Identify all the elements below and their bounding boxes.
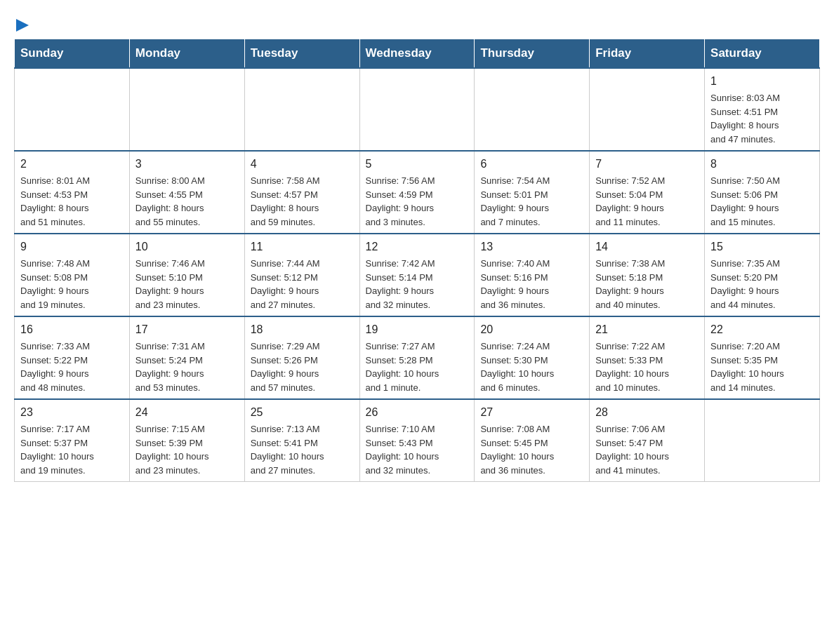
day-info: Sunrise: 7:44 AMSunset: 5:12 PMDaylight:…	[251, 257, 354, 311]
day-number: 28	[595, 404, 699, 421]
calendar-cell: 4Sunrise: 7:58 AMSunset: 4:57 PMDaylight…	[244, 151, 359, 234]
day-number: 23	[20, 404, 124, 421]
day-number: 1	[710, 73, 814, 90]
calendar-cell: 7Sunrise: 7:52 AMSunset: 5:04 PMDaylight…	[590, 151, 705, 234]
day-info: Sunrise: 7:15 AMSunset: 5:39 PMDaylight:…	[135, 422, 239, 477]
day-number: 21	[595, 321, 699, 338]
day-info: Sunrise: 7:52 AMSunset: 5:04 PMDaylight:…	[595, 174, 699, 229]
day-number: 13	[480, 239, 583, 255]
day-info: Sunrise: 7:24 AMSunset: 5:30 PMDaylight:…	[480, 340, 583, 394]
calendar-cell: 12Sunrise: 7:42 AMSunset: 5:14 PMDayligh…	[359, 234, 475, 316]
day-number: 14	[595, 239, 699, 255]
day-number: 9	[20, 239, 124, 255]
weekday-header-friday: Friday	[590, 39, 705, 69]
calendar-cell: 17Sunrise: 7:31 AMSunset: 5:24 PMDayligh…	[129, 316, 244, 399]
week-row-5: 23Sunrise: 7:17 AMSunset: 5:37 PMDayligh…	[15, 399, 820, 482]
day-number: 24	[135, 404, 239, 421]
day-number: 17	[135, 321, 239, 338]
calendar-cell: 25Sunrise: 7:13 AMSunset: 5:41 PMDayligh…	[244, 399, 359, 482]
calendar-cell: 8Sunrise: 7:50 AMSunset: 5:06 PMDaylight…	[705, 151, 820, 234]
calendar-cell	[244, 68, 359, 151]
day-info: Sunrise: 7:35 AMSunset: 5:20 PMDaylight:…	[710, 257, 814, 311]
week-row-2: 2Sunrise: 8:01 AMSunset: 4:53 PMDaylight…	[15, 151, 820, 234]
calendar-cell: 1Sunrise: 8:03 AMSunset: 4:51 PMDaylight…	[705, 68, 820, 151]
day-number: 2	[20, 156, 124, 173]
day-info: Sunrise: 7:56 AMSunset: 4:59 PMDaylight:…	[366, 174, 469, 229]
day-number: 18	[251, 321, 354, 338]
day-number: 19	[366, 321, 469, 338]
day-number: 27	[480, 404, 583, 421]
calendar-cell: 23Sunrise: 7:17 AMSunset: 5:37 PMDayligh…	[15, 399, 130, 482]
calendar-cell	[705, 399, 820, 482]
calendar-cell: 13Sunrise: 7:40 AMSunset: 5:16 PMDayligh…	[475, 234, 590, 316]
day-info: Sunrise: 7:46 AMSunset: 5:10 PMDaylight:…	[135, 257, 239, 311]
calendar-cell: 15Sunrise: 7:35 AMSunset: 5:20 PMDayligh…	[705, 234, 820, 316]
weekday-header-sunday: Sunday	[15, 39, 130, 69]
week-row-4: 16Sunrise: 7:33 AMSunset: 5:22 PMDayligh…	[15, 316, 820, 399]
day-info: Sunrise: 8:00 AMSunset: 4:55 PMDaylight:…	[135, 174, 239, 229]
calendar-cell	[475, 68, 590, 151]
day-info: Sunrise: 7:29 AMSunset: 5:26 PMDaylight:…	[251, 340, 354, 394]
day-number: 15	[710, 239, 814, 255]
day-info: Sunrise: 7:17 AMSunset: 5:37 PMDaylight:…	[20, 422, 124, 477]
day-info: Sunrise: 7:20 AMSunset: 5:35 PMDaylight:…	[710, 340, 814, 394]
day-number: 5	[366, 156, 469, 173]
day-info: Sunrise: 7:42 AMSunset: 5:14 PMDaylight:…	[366, 257, 469, 311]
calendar-cell: 6Sunrise: 7:54 AMSunset: 5:01 PMDaylight…	[475, 151, 590, 234]
logo-arrow-icon	[16, 19, 29, 32]
day-info: Sunrise: 7:38 AMSunset: 5:18 PMDaylight:…	[595, 257, 699, 311]
calendar-cell: 16Sunrise: 7:33 AMSunset: 5:22 PMDayligh…	[15, 316, 130, 399]
day-info: Sunrise: 8:01 AMSunset: 4:53 PMDaylight:…	[20, 174, 124, 229]
day-info: Sunrise: 7:40 AMSunset: 5:16 PMDaylight:…	[480, 257, 583, 311]
page-header	[14, 14, 820, 32]
day-info: Sunrise: 7:58 AMSunset: 4:57 PMDaylight:…	[251, 174, 354, 229]
day-number: 20	[480, 321, 583, 338]
calendar-cell	[590, 68, 705, 151]
calendar-cell: 9Sunrise: 7:48 AMSunset: 5:08 PMDaylight…	[15, 234, 130, 316]
day-info: Sunrise: 7:54 AMSunset: 5:01 PMDaylight:…	[480, 174, 583, 229]
calendar-cell: 27Sunrise: 7:08 AMSunset: 5:45 PMDayligh…	[475, 399, 590, 482]
day-info: Sunrise: 7:08 AMSunset: 5:45 PMDaylight:…	[480, 422, 583, 477]
calendar-cell: 18Sunrise: 7:29 AMSunset: 5:26 PMDayligh…	[244, 316, 359, 399]
day-number: 16	[20, 321, 124, 338]
calendar-cell: 2Sunrise: 8:01 AMSunset: 4:53 PMDaylight…	[15, 151, 130, 234]
calendar-cell: 14Sunrise: 7:38 AMSunset: 5:18 PMDayligh…	[590, 234, 705, 316]
day-info: Sunrise: 7:22 AMSunset: 5:33 PMDaylight:…	[595, 340, 699, 394]
week-row-1: 1Sunrise: 8:03 AMSunset: 4:51 PMDaylight…	[15, 68, 820, 151]
day-number: 12	[366, 239, 469, 255]
day-info: Sunrise: 7:33 AMSunset: 5:22 PMDaylight:…	[20, 340, 124, 394]
day-number: 22	[710, 321, 814, 338]
weekday-header-row: SundayMondayTuesdayWednesdayThursdayFrid…	[15, 39, 820, 69]
calendar-cell	[359, 68, 475, 151]
calendar-cell: 24Sunrise: 7:15 AMSunset: 5:39 PMDayligh…	[129, 399, 244, 482]
day-number: 6	[480, 156, 583, 173]
weekday-header-wednesday: Wednesday	[359, 39, 475, 69]
day-number: 26	[366, 404, 469, 421]
day-info: Sunrise: 7:06 AMSunset: 5:47 PMDaylight:…	[595, 422, 699, 477]
weekday-header-monday: Monday	[129, 39, 244, 69]
calendar-table: SundayMondayTuesdayWednesdayThursdayFrid…	[14, 39, 820, 482]
calendar-cell: 28Sunrise: 7:06 AMSunset: 5:47 PMDayligh…	[590, 399, 705, 482]
svg-marker-0	[16, 19, 29, 32]
calendar-cell: 11Sunrise: 7:44 AMSunset: 5:12 PMDayligh…	[244, 234, 359, 316]
calendar-cell: 3Sunrise: 8:00 AMSunset: 4:55 PMDaylight…	[129, 151, 244, 234]
day-number: 8	[710, 156, 814, 173]
day-info: Sunrise: 7:31 AMSunset: 5:24 PMDaylight:…	[135, 340, 239, 394]
weekday-header-tuesday: Tuesday	[244, 39, 359, 69]
weekday-header-saturday: Saturday	[705, 39, 820, 69]
logo	[14, 14, 29, 32]
day-info: Sunrise: 7:48 AMSunset: 5:08 PMDaylight:…	[20, 257, 124, 311]
calendar-cell	[15, 68, 130, 151]
calendar-cell: 20Sunrise: 7:24 AMSunset: 5:30 PMDayligh…	[475, 316, 590, 399]
day-number: 10	[135, 239, 239, 255]
day-number: 11	[251, 239, 354, 255]
calendar-cell: 10Sunrise: 7:46 AMSunset: 5:10 PMDayligh…	[129, 234, 244, 316]
day-info: Sunrise: 8:03 AMSunset: 4:51 PMDaylight:…	[710, 91, 814, 146]
calendar-cell: 22Sunrise: 7:20 AMSunset: 5:35 PMDayligh…	[705, 316, 820, 399]
day-info: Sunrise: 7:50 AMSunset: 5:06 PMDaylight:…	[710, 174, 814, 229]
day-number: 4	[251, 156, 354, 173]
calendar-cell: 5Sunrise: 7:56 AMSunset: 4:59 PMDaylight…	[359, 151, 475, 234]
day-number: 7	[595, 156, 699, 173]
day-number: 25	[251, 404, 354, 421]
calendar-cell	[129, 68, 244, 151]
